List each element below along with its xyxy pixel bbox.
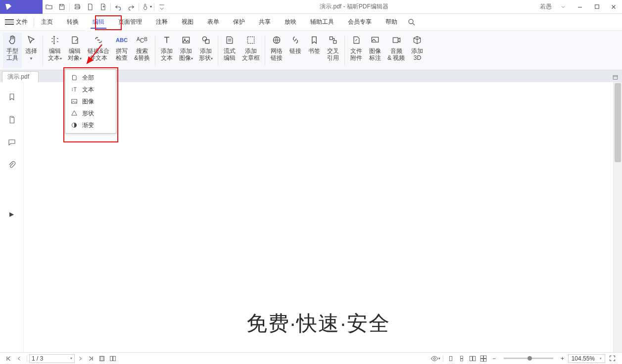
qat-customize-button[interactable] xyxy=(155,0,168,14)
dropdown-image-label: 图像 xyxy=(82,97,94,106)
svg-rect-26 xyxy=(483,359,486,361)
svg-rect-18 xyxy=(449,356,452,361)
open-button[interactable] xyxy=(43,0,55,14)
menu-vip[interactable]: 会员专享 xyxy=(341,14,379,31)
svg-rect-23 xyxy=(480,356,483,358)
pages-panel-icon[interactable] xyxy=(6,114,18,126)
dropdown-item-shape[interactable]: 形状 xyxy=(65,107,116,119)
audio-video-button[interactable]: 音频& 视频 xyxy=(384,33,408,68)
menu-home[interactable]: 主页 xyxy=(34,14,60,31)
maximize-button[interactable] xyxy=(588,0,605,14)
first-page-button[interactable] xyxy=(3,353,14,364)
menu-file[interactable]: 文件 xyxy=(16,18,28,26)
rail-expand-button[interactable]: ▶ xyxy=(9,211,14,218)
zoom-slider[interactable] xyxy=(504,358,553,359)
spell-check-button[interactable]: ABC 拼写检查 xyxy=(112,33,131,68)
menu-share[interactable]: 共享 xyxy=(252,14,278,31)
crossref-button[interactable]: 交叉引用 xyxy=(324,33,342,68)
print-button[interactable] xyxy=(71,0,84,14)
bookmark-button[interactable]: 书签 xyxy=(305,33,324,68)
edit-text-button[interactable]: 编辑文本▾ xyxy=(45,33,65,68)
edit-object-button[interactable]: 编辑对象▾ xyxy=(65,33,85,68)
add-3d-button[interactable]: 添加3D xyxy=(408,33,427,68)
minimize-button[interactable] xyxy=(572,0,588,14)
user-dropdown-button[interactable] xyxy=(555,0,572,14)
menu-page[interactable]: 页面管理 xyxy=(111,14,149,31)
add-image-button[interactable]: 添加图像▾ xyxy=(176,33,196,68)
link-button[interactable]: 链接 xyxy=(286,33,305,68)
page-number-input[interactable]: 1 / 3▾ xyxy=(29,354,75,363)
add-article-button[interactable]: 添加文章框 xyxy=(239,33,263,68)
spell-icon: ABC xyxy=(116,35,127,46)
link-merge-button[interactable]: 链接&合并文本 xyxy=(85,33,112,68)
select-tool-button[interactable]: 选择▼ xyxy=(22,33,41,68)
attachment-button[interactable]: 文件附件 xyxy=(347,33,366,68)
left-nav-rail: ▶ xyxy=(0,82,24,352)
menu-protect[interactable]: 保护 xyxy=(226,14,252,31)
svg-rect-6 xyxy=(247,37,254,43)
hand-tool-button[interactable]: 手型工具 xyxy=(3,33,22,68)
dropdown-shape-label: 形状 xyxy=(82,109,94,118)
text-cursor-icon xyxy=(49,35,60,46)
page-content-text: 免费·快速·安全 xyxy=(246,310,390,337)
tabs-overflow-button[interactable] xyxy=(610,72,620,82)
scrollbar-thumb[interactable] xyxy=(615,83,621,162)
add-shape-button[interactable]: 添加形状▾ xyxy=(196,33,216,68)
zoom-value[interactable]: 104.55%▾ xyxy=(568,354,605,363)
dropdown-item-gradient[interactable]: 渐变 xyxy=(65,119,116,131)
hand-label-2: 工具 xyxy=(6,54,18,61)
edit-obj-l2: 对象 xyxy=(68,54,80,61)
continuous-view-button[interactable] xyxy=(456,353,467,364)
fullscreen-button[interactable] xyxy=(605,353,619,364)
close-button[interactable] xyxy=(605,0,622,14)
page-layout-button[interactable] xyxy=(107,353,118,364)
continuous-facing-view-button[interactable] xyxy=(478,353,489,364)
search-button[interactable] xyxy=(404,15,419,30)
zoom-in-button[interactable]: + xyxy=(557,353,568,364)
image-annotation-button[interactable]: 图像标注 xyxy=(366,33,384,68)
dropdown-item-text[interactable]: 文本 xyxy=(65,84,116,95)
web-link-button[interactable]: 网络链接 xyxy=(267,33,286,68)
zoom-slider-thumb[interactable] xyxy=(527,356,532,361)
menu-form[interactable]: 表单 xyxy=(200,14,226,31)
menu-convert[interactable]: 转换 xyxy=(60,14,86,31)
new-blank-button[interactable] xyxy=(84,0,96,14)
svg-rect-2 xyxy=(183,37,189,43)
menu-tools[interactable]: 辅助工具 xyxy=(303,14,341,31)
comments-panel-icon[interactable] xyxy=(6,136,18,148)
user-name[interactable]: 若愚 xyxy=(540,2,552,11)
facing-view-button[interactable] xyxy=(467,353,478,364)
menu-help[interactable]: 帮助 xyxy=(379,14,404,31)
search-replace-button[interactable]: ACB 搜索&替换 xyxy=(131,33,153,68)
separator xyxy=(27,355,27,362)
dropdown-item-image[interactable]: 图像 xyxy=(65,95,116,107)
dropdown-item-all[interactable]: 全部 xyxy=(65,72,116,84)
attachments-panel-icon[interactable] xyxy=(6,159,18,171)
next-page-button[interactable] xyxy=(75,353,86,364)
zoom-out-button[interactable]: − xyxy=(489,353,500,364)
menu-view[interactable]: 视图 xyxy=(175,14,200,31)
reading-mode-button[interactable]: ▾ xyxy=(430,353,441,364)
single-page-view-button[interactable] xyxy=(445,353,456,364)
separator xyxy=(139,3,139,11)
menu-play[interactable]: 放映 xyxy=(278,14,303,31)
touch-mode-button[interactable]: ▾ xyxy=(140,0,153,14)
page-thumbnails-button[interactable] xyxy=(96,353,107,364)
bookmarks-panel-icon[interactable] xyxy=(6,91,18,103)
add-text-button[interactable]: 添加文本 xyxy=(157,33,176,68)
prev-page-button[interactable] xyxy=(14,353,25,364)
flow-edit-button[interactable]: 流式编辑 xyxy=(220,33,239,68)
last-page-button[interactable] xyxy=(86,353,96,364)
vertical-scrollbar[interactable] xyxy=(613,82,622,352)
titlebar: ▾ 演示.pdf - 福昕PDF编辑器 若愚 xyxy=(0,0,622,14)
save-button[interactable] xyxy=(55,0,68,14)
hamburger-icon[interactable] xyxy=(5,19,14,25)
redo-button[interactable] xyxy=(125,0,138,14)
undo-button[interactable] xyxy=(112,0,125,14)
new-doc-button[interactable] xyxy=(96,0,109,14)
menu-comment[interactable]: 注释 xyxy=(149,14,175,31)
edit-object-dropdown: 全部 文本 图像 形状 渐变 xyxy=(65,69,116,134)
menu-edit[interactable]: 编辑 xyxy=(86,14,111,31)
document-tab[interactable]: 演示.pdf xyxy=(2,71,39,82)
link-merge-l1: 链接&合 xyxy=(88,47,109,54)
